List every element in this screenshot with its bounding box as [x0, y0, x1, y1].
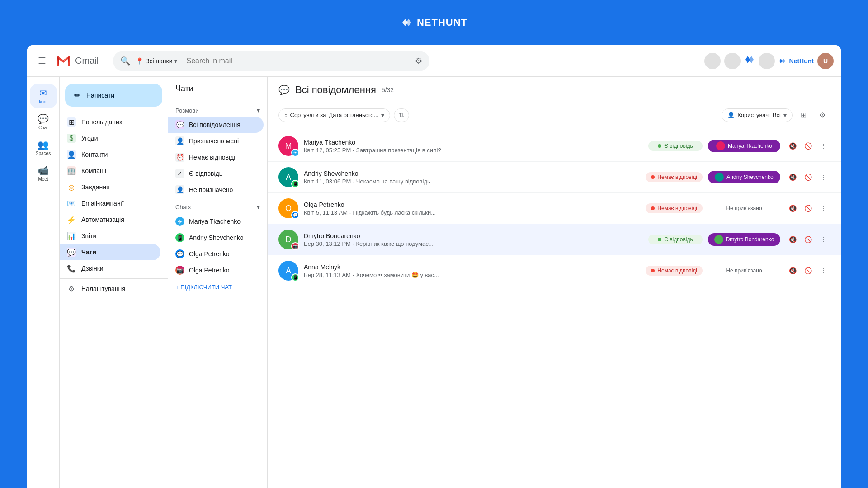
- compose-button[interactable]: ✏ Написати: [65, 84, 162, 107]
- chat-channel-andriy[interactable]: 📱 Andriy Shevchenko: [168, 230, 264, 246]
- nethunt-logo-icon: [401, 16, 413, 29]
- message-row[interactable]: A 📱 Andriy Shevchenko Квіт 11, 03:06 PM …: [268, 162, 841, 193]
- toolbar-circle-2[interactable]: [724, 53, 741, 69]
- message-sender: Dmytro Bondarenko: [304, 232, 643, 239]
- search-icon: 🔍: [120, 56, 130, 66]
- more-button[interactable]: ⋮: [816, 264, 830, 277]
- gmail-m-icon: [55, 53, 71, 69]
- block-button[interactable]: 🚫: [801, 139, 815, 153]
- block-button[interactable]: 🚫: [801, 233, 815, 246]
- nethunt-toolbar-icon[interactable]: [744, 54, 755, 68]
- sort-field: Дата останнього...: [329, 112, 378, 118]
- more-button[interactable]: ⋮: [816, 233, 830, 246]
- message-preview: Квіт 12, 05:25 PM - Завтрашня презентаці…: [304, 147, 643, 154]
- settings-label: Налаштування: [81, 285, 125, 292]
- sidebar-nav-automation[interactable]: ⚡ Автоматизація: [60, 211, 160, 228]
- message-sender: Anna Melnyk: [304, 263, 640, 271]
- block-button[interactable]: 🚫: [801, 202, 815, 215]
- sidebar-item-mail[interactable]: ✉ Mail: [30, 84, 57, 108]
- sidebar-nav-calls[interactable]: 📞 Дзвінки: [60, 260, 160, 277]
- mute-button[interactable]: 🔇: [786, 170, 799, 184]
- block-button[interactable]: 🚫: [801, 170, 815, 184]
- chat-channel-mariya[interactable]: ✈ Mariya Tkachenko: [168, 213, 264, 230]
- nethunt-small-icon: [778, 57, 787, 65]
- assigned-to-me-label: Призначено мені: [189, 137, 239, 145]
- assigned-user: Mariya Tkachenko: [708, 140, 780, 152]
- chat-panel-header: Чати: [168, 77, 267, 101]
- rozmovy-section-header[interactable]: Розмови ▾: [168, 101, 267, 117]
- sidebar-item-chat[interactable]: 💬 Chat: [30, 110, 57, 134]
- user-avatar[interactable]: U: [817, 53, 834, 69]
- sidebar-nav-deals[interactable]: $ Угоди: [60, 130, 160, 146]
- chat-item-unassigned[interactable]: 👤 Не призначено: [168, 182, 264, 198]
- toolbar-circle-1[interactable]: [704, 53, 721, 69]
- connect-chat-button[interactable]: + ПІДКЛЮЧИТИ ЧАТ: [168, 278, 267, 296]
- settings-view-button[interactable]: ⚙: [815, 108, 830, 122]
- search-input[interactable]: [186, 57, 411, 65]
- instagram-badge-icon: 📷: [291, 242, 299, 250]
- more-button[interactable]: ⋮: [816, 202, 830, 215]
- chevron-down-icon: ▾: [174, 57, 177, 65]
- message-count: 5/32: [382, 86, 394, 94]
- message-row[interactable]: A 📱 Anna Melnyk Бер 28, 11:13 AM - Хочем…: [268, 255, 841, 286]
- dashboard-label: Панель даних: [81, 118, 123, 126]
- messenger-badge-icon: 💬: [291, 211, 299, 219]
- hamburger-button[interactable]: ☰: [34, 52, 50, 70]
- sidebar-item-meet[interactable]: 📹 Meet: [30, 161, 57, 185]
- status-badge: Немає відповіді: [646, 172, 703, 182]
- gmail-text: Gmail: [75, 56, 99, 66]
- sidebar-nav-chats[interactable]: 💬 Чати: [60, 244, 160, 260]
- sidebar-nav-reports[interactable]: 📊 Звіти: [60, 228, 160, 244]
- narrow-sidebar: ✉ Mail 💬 Chat 👥 Spaces 📹 Meet: [27, 77, 60, 488]
- chat-channel-olga-instagram[interactable]: 📷 Olga Petrenko: [168, 262, 264, 278]
- sidebar-nav-contacts[interactable]: 👤 Контакти: [60, 146, 160, 163]
- message-row[interactable]: D 📷 Dmytro Bondarenko Бер 30, 13:12 PM -…: [268, 224, 841, 255]
- avatar-olga: O 💬: [278, 198, 298, 218]
- whatsapp-badge-icon-2: 📱: [291, 273, 299, 282]
- filter-icon[interactable]: ⚙: [415, 56, 422, 66]
- message-preview: Квіт 11, 03:06 PM - Чекаємо на вашу відп…: [304, 178, 640, 185]
- mute-button[interactable]: 🔇: [786, 202, 799, 215]
- gmail-toolbar: ☰ Gmail 🔍 📍 Всі папки ▾ ⚙: [27, 45, 841, 77]
- block-button[interactable]: 🚫: [801, 264, 815, 277]
- message-row[interactable]: O 💬 Olga Petrenko Квіт 5, 11:13 AM - Під…: [268, 193, 841, 224]
- main-container: ☰ Gmail 🔍 📍 Всі папки ▾ ⚙: [27, 45, 841, 488]
- sidebar-item-spaces[interactable]: 👥 Spaces: [30, 136, 57, 160]
- chat-item-all-messages[interactable]: 💬 Всі повідомлення: [168, 117, 264, 133]
- meet-icon: 📹: [38, 165, 49, 176]
- chat-channel-olga-messenger[interactable]: 💬 Olga Petrenko: [168, 246, 264, 262]
- has-reply-label: Є відповідь: [189, 170, 222, 177]
- message-preview: Бер 30, 13:12 PM - Керівник каже що поду…: [304, 240, 643, 247]
- search-bar[interactable]: 🔍 📍 Всі папки ▾ ⚙: [113, 51, 429, 71]
- filter-toggle-button[interactable]: ⇅: [394, 108, 409, 122]
- sidebar-nav-settings[interactable]: ⚙ Налаштування: [60, 281, 160, 297]
- message-sender: Olga Petrenko: [304, 201, 640, 208]
- toolbar-circle-3[interactable]: [759, 53, 775, 69]
- more-button[interactable]: ⋮: [816, 170, 830, 184]
- no-reply-icon: ⏰: [175, 153, 184, 162]
- users-filter-button[interactable]: 👤 Користувачі Всі ▾: [722, 108, 793, 122]
- mute-button[interactable]: 🔇: [786, 233, 799, 246]
- chat-item-no-reply[interactable]: ⏰ Немає відповіді: [168, 149, 264, 165]
- message-row[interactable]: M ✈ Mariya Tkachenko Квіт 12, 05:25 PM -…: [268, 131, 841, 162]
- companies-icon: 🏢: [67, 166, 76, 175]
- chat-item-assigned-to-me[interactable]: 👤 Призначено мені: [168, 133, 264, 149]
- contacts-label: Контакти: [81, 151, 108, 158]
- sidebar-nav-dashboard[interactable]: ⊞ Панель даних: [60, 114, 160, 130]
- more-button[interactable]: ⋮: [816, 139, 830, 153]
- chat-item-has-reply[interactable]: ✓ Є відповідь: [168, 165, 264, 182]
- sidebar-nav-companies[interactable]: 🏢 Компанії: [60, 163, 160, 179]
- sort-button[interactable]: ↕ Сортувати за Дата останнього... ▾: [278, 108, 390, 122]
- tasks-label: Завдання: [81, 183, 110, 191]
- chats-section-label: Chats: [175, 204, 191, 211]
- mute-button[interactable]: 🔇: [786, 139, 799, 153]
- folder-selector[interactable]: 📍 Всі папки ▾: [130, 51, 183, 71]
- chats-section-header[interactable]: Chats ▾: [168, 198, 267, 213]
- connect-chat-label: + ПІДКЛЮЧИТИ ЧАТ: [175, 284, 232, 291]
- sidebar-nav-tasks[interactable]: ◎ Завдання: [60, 179, 160, 195]
- grid-view-button[interactable]: ⊞: [796, 108, 811, 122]
- users-label: Користувачі: [737, 112, 770, 118]
- folder-label: Всі папки: [145, 57, 172, 65]
- mute-button[interactable]: 🔇: [786, 264, 799, 277]
- sidebar-nav-email-campaigns[interactable]: 📧 Email-кампанії: [60, 195, 160, 211]
